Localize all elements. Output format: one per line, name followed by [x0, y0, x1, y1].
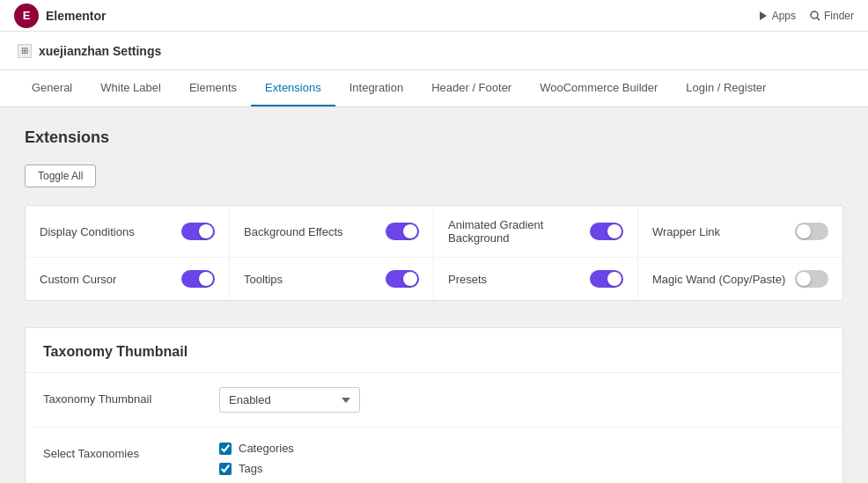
- taxonomy-title: Taxonomy Thumbnail: [26, 328, 842, 373]
- topbar: E Elementor Apps Finder: [0, 0, 868, 32]
- svg-point-1: [811, 11, 818, 18]
- extensions-title: Extensions: [25, 128, 843, 147]
- ext-tooltips: Tooltips: [230, 258, 434, 300]
- ext-custom-cursor-toggle[interactable]: [181, 270, 215, 288]
- ext-display-conditions: Display Conditions: [26, 206, 230, 258]
- ext-display-conditions-label: Display Conditions: [40, 225, 135, 238]
- nav-tabs: General White Label Elements Extensions …: [0, 70, 868, 107]
- ext-tooltips-label: Tooltips: [244, 273, 283, 286]
- ext-animated-gradient-label: Animated Gradient Background: [448, 218, 590, 245]
- ext-wrapper-link-toggle[interactable]: [795, 223, 828, 240]
- ext-wrapper-link: Wrapper Link: [638, 206, 842, 258]
- ext-presets-toggle[interactable]: [590, 270, 623, 288]
- ext-custom-cursor-label: Custom Cursor: [40, 273, 116, 286]
- ext-wrapper-link-label: Wrapper Link: [652, 225, 720, 238]
- tab-elements[interactable]: Elements: [175, 70, 251, 106]
- ext-background-effects: Background Effects: [230, 206, 434, 258]
- ext-animated-gradient-toggle[interactable]: [590, 223, 623, 240]
- categories-checkbox[interactable]: [219, 443, 232, 455]
- categories-label[interactable]: Categories: [239, 442, 294, 455]
- tab-header-footer[interactable]: Header / Footer: [417, 70, 526, 106]
- taxonomy-thumbnail-row: Taxonomy Thumbnail Enabled Disabled: [26, 373, 842, 428]
- taxonomy-categories: Categories: [219, 442, 825, 455]
- toggle-all-button[interactable]: Toggle All: [25, 165, 96, 187]
- admin-icon: ⊞: [18, 44, 32, 58]
- ext-presets: Presets: [434, 258, 638, 300]
- finder-button[interactable]: Finder: [810, 10, 854, 22]
- tab-login-register[interactable]: Login / Register: [672, 70, 780, 106]
- taxonomy-thumbnail-label: Taxonomy Thumbnail: [43, 387, 219, 406]
- tags-label[interactable]: Tags: [239, 462, 262, 475]
- apps-button[interactable]: Apps: [758, 10, 796, 22]
- taxonomy-tags: Tags: [219, 462, 825, 475]
- ext-background-effects-toggle[interactable]: [386, 223, 419, 240]
- ext-animated-gradient: Animated Gradient Background: [434, 206, 638, 258]
- search-icon: [810, 11, 820, 21]
- ext-magic-wand-label: Magic Wand (Copy/Paste): [652, 273, 785, 286]
- ext-display-conditions-toggle[interactable]: [181, 223, 215, 240]
- ext-tooltips-toggle[interactable]: [386, 270, 419, 288]
- ext-background-effects-label: Background Effects: [244, 225, 343, 238]
- tab-integration[interactable]: Integration: [335, 70, 417, 106]
- ext-magic-wand-toggle[interactable]: [795, 270, 828, 288]
- play-icon: [758, 11, 769, 21]
- taxonomy-thumbnail-select[interactable]: Enabled Disabled: [219, 387, 360, 413]
- svg-marker-0: [760, 11, 767, 20]
- taxonomy-thumbnail-content: Enabled Disabled: [219, 387, 825, 413]
- select-taxonomies-label: Select Taxonomies: [43, 442, 219, 460]
- ext-magic-wand: Magic Wand (Copy/Paste): [638, 258, 842, 300]
- tab-extensions[interactable]: Extensions: [251, 70, 335, 106]
- topbar-left: E Elementor: [14, 4, 106, 28]
- extensions-grid: Display Conditions Background Effects An…: [25, 205, 843, 301]
- select-taxonomies-row: Select Taxonomies Categories Tags HTML B…: [26, 428, 842, 483]
- topbar-right: Apps Finder: [758, 10, 854, 22]
- svg-line-2: [817, 18, 820, 20]
- main-content: Extensions Toggle All Display Conditions…: [0, 107, 868, 483]
- tab-general[interactable]: General: [18, 70, 86, 106]
- ext-custom-cursor: Custom Cursor: [26, 258, 230, 300]
- taxonomy-section: Taxonomy Thumbnail Taxonomy Thumbnail En…: [25, 327, 843, 483]
- tab-woocommerce[interactable]: WooCommerce Builder: [526, 70, 672, 106]
- adminbar-title: xuejianzhan Settings: [39, 44, 161, 58]
- topbar-brand: Elementor: [46, 9, 106, 23]
- tags-checkbox[interactable]: [219, 463, 232, 475]
- adminbar: ⊞ xuejianzhan Settings: [0, 32, 868, 70]
- ext-presets-label: Presets: [448, 273, 487, 286]
- taxonomies-checkboxes: Categories Tags HTML Block categories Sl…: [219, 442, 825, 483]
- elementor-logo: E: [14, 4, 39, 28]
- tab-white-label[interactable]: White Label: [86, 70, 175, 106]
